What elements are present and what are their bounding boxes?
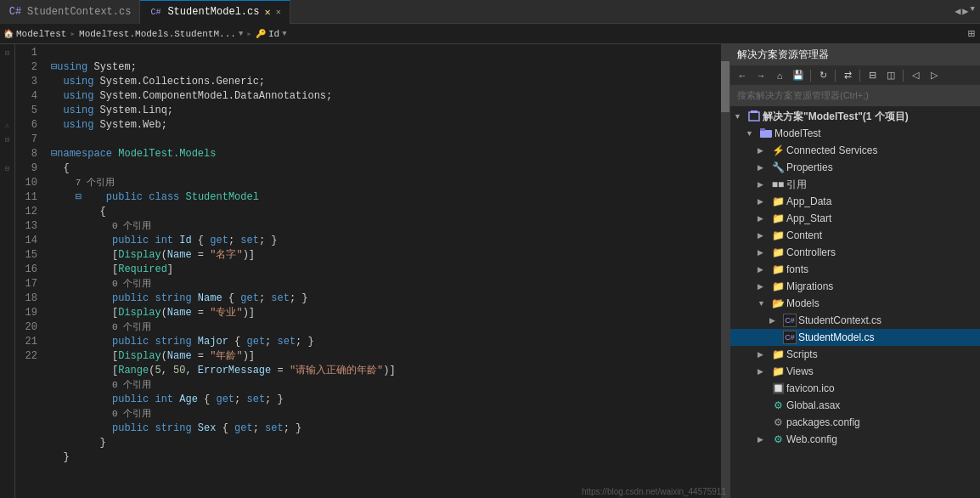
content-label: Content [786, 229, 822, 241]
views-label: Views [786, 365, 814, 377]
web-config-icon: ⚙ [771, 433, 785, 446]
back-button[interactable]: ← [734, 68, 751, 83]
favicon-label: favicon.ico [786, 382, 835, 394]
tree-item-solution[interactable]: ▼ 解决方案"ModelTest"(1 个项目) [730, 108, 980, 125]
tab-label: StudentContext.cs [27, 6, 131, 18]
models-label: Models [786, 297, 819, 309]
svg-rect-1 [751, 110, 758, 113]
tree-item-studentmodel-cs[interactable]: C# StudentModel.cs [730, 329, 980, 346]
studentmodel-label: StudentModel.cs [798, 331, 874, 343]
cs-file-icon: C# [783, 331, 797, 344]
tree-item-app-data[interactable]: ▶ 📁 App_Data [730, 193, 980, 210]
line-numbers: 12345 678910 1112131415 1617181920 2122 [15, 44, 42, 498]
tree-item-views[interactable]: ▶ 📁 Views [730, 363, 980, 380]
tree-item-global-asax[interactable]: ⚙ Global.asax [730, 397, 980, 414]
solution-explorer-tree: ▼ 解决方案"ModelTest"(1 个项目) ▼ ModelTest ▶ ⚡… [730, 106, 980, 498]
solution-explorer: 解决方案资源管理器 ← → ⌂ 💾 ↻ ⇄ ⊟ ◫ ◁ ▷ 搜索解决方案资源管理… [729, 44, 980, 498]
svg-rect-2 [760, 130, 772, 138]
project-label: ModelTest [774, 127, 821, 139]
studentcontext-label: StudentContext.cs [798, 314, 881, 326]
tab-scroll-right[interactable]: ▶ [962, 5, 968, 18]
tree-item-project[interactable]: ▼ ModelTest [730, 125, 980, 142]
tab-studentmodel[interactable]: C# StudentModel.cs ✕ ✕ [140, 0, 290, 24]
project-icon [759, 127, 773, 140]
cs-icon: C# [149, 5, 162, 19]
scripts-label: Scripts [786, 348, 818, 360]
solution-label: 解决方案"ModelTest"(1 个项目) [763, 110, 909, 124]
global-label: Global.asax [786, 399, 840, 411]
webconfig-label: Web.config [786, 433, 837, 445]
sync-button[interactable]: ⇄ [839, 68, 856, 83]
folder-icon: 📁 [771, 365, 785, 378]
tree-item-web-config[interactable]: ▶ ⚙ Web.config [730, 431, 980, 448]
folder-icon: 📁 [771, 263, 785, 276]
connected-services-label: Connected Services [786, 144, 877, 156]
tree-item-models[interactable]: ▼ 📂 Models [730, 295, 980, 312]
tab-scroll-left[interactable]: ◀ [955, 5, 960, 18]
solution-icon [747, 110, 761, 123]
config-file-icon: ⚙ [771, 416, 785, 429]
breadcrumb-id[interactable]: 🔑 Id ▼ [256, 29, 287, 39]
properties-icon: 🔧 [771, 161, 785, 174]
folder-icon: 📁 [771, 195, 785, 208]
connected-services-icon: ⚡ [771, 144, 785, 157]
properties-label: Properties [786, 161, 833, 173]
search-placeholder: 搜索解决方案资源管理器(Ctrl+;) [737, 89, 869, 102]
tree-item-connected-services[interactable]: ▶ ⚡ Connected Services [730, 142, 980, 159]
solution-explorer-header: 解决方案资源管理器 [730, 44, 980, 65]
solution-explorer-toolbar: ← → ⌂ 💾 ↻ ⇄ ⊟ ◫ ◁ ▷ [730, 65, 980, 86]
tab-modified-icon: ✕ [264, 6, 270, 19]
tree-item-migrations[interactable]: ▶ 📁 Migrations [730, 278, 980, 295]
tab-close-button[interactable]: ✕ [276, 7, 281, 17]
cs-file-icon: C# [783, 314, 797, 327]
code-editor[interactable]: 12345 678910 1112131415 1617181920 2122 … [15, 44, 729, 498]
tree-item-references[interactable]: ▶ ■■ 引用 [730, 176, 980, 193]
tree-item-controllers[interactable]: ▶ 📁 Controllers [730, 244, 980, 261]
controllers-label: Controllers [786, 246, 836, 258]
tab-studentcontext[interactable]: C# StudentContext.cs [0, 0, 140, 24]
folder-icon: 📁 [771, 212, 785, 225]
tree-item-fonts[interactable]: ▶ 📁 fonts [730, 261, 980, 278]
left-gutter: ⊟ ⚠ ⊟ ⊟ [0, 44, 15, 498]
view-all-button[interactable]: ◫ [882, 68, 899, 83]
tree-item-studentcontext-cs[interactable]: ▶ C# StudentContext.cs [730, 312, 980, 329]
folder-open-icon: 📂 [771, 297, 785, 310]
breadcrumb-modeltest[interactable]: 🏠 ModelTest [3, 29, 66, 39]
folder-icon: 📁 [771, 229, 785, 242]
asax-file-icon: ⚙ [771, 399, 785, 412]
scrollbar-thumb[interactable] [721, 61, 729, 112]
expand-button[interactable]: ⊞ [966, 26, 977, 41]
fonts-label: fonts [786, 263, 808, 275]
watermark: https://blog.csdn.net/waixin_44575911 [578, 485, 729, 498]
svg-rect-3 [760, 128, 765, 131]
tab-label: StudentModel.cs [167, 6, 259, 18]
tree-item-app-start[interactable]: ▶ 📁 App_Start [730, 210, 980, 227]
next-button[interactable]: ▷ [926, 68, 943, 83]
tab-dropdown[interactable]: ▼ [971, 5, 975, 18]
breadcrumb-models[interactable]: ModelTest.Models.StudentM... ▼ [79, 29, 243, 39]
solution-explorer-search[interactable]: 搜索解决方案资源管理器(Ctrl+;) [730, 86, 980, 106]
app-data-label: App_Data [786, 195, 831, 207]
tree-item-favicon[interactable]: 🔲 favicon.ico [730, 380, 980, 397]
folder-icon: 📁 [771, 348, 785, 361]
save-button[interactable]: 💾 [790, 68, 807, 83]
tree-item-scripts[interactable]: ▶ 📁 Scripts [730, 346, 980, 363]
collapse-all-button[interactable]: ⊟ [864, 68, 881, 83]
prev-button[interactable]: ◁ [907, 68, 924, 83]
tree-item-packages-config[interactable]: ⚙ packages.config [730, 414, 980, 431]
folder-icon: 📁 [771, 280, 785, 293]
home-button[interactable]: ⌂ [771, 68, 788, 83]
tab-bar: C# StudentContext.cs C# StudentModel.cs … [0, 0, 980, 24]
tree-item-content[interactable]: ▶ 📁 Content [730, 227, 980, 244]
ico-file-icon: 🔲 [771, 382, 785, 395]
forward-button[interactable]: → [752, 68, 769, 83]
svg-rect-0 [749, 112, 759, 121]
cs-icon: C# [8, 5, 22, 19]
breadcrumb-bar: 🏠 ModelTest ▸ ModelTest.Models.StudentM.… [0, 24, 980, 44]
tree-item-properties[interactable]: ▶ 🔧 Properties [730, 159, 980, 176]
vertical-scrollbar[interactable] [721, 44, 729, 498]
code-text[interactable]: ⊟using System; using System.Collections.… [42, 44, 721, 498]
references-label: 引用 [786, 178, 807, 192]
refresh-button[interactable]: ↻ [814, 68, 831, 83]
packages-label: packages.config [786, 416, 860, 428]
